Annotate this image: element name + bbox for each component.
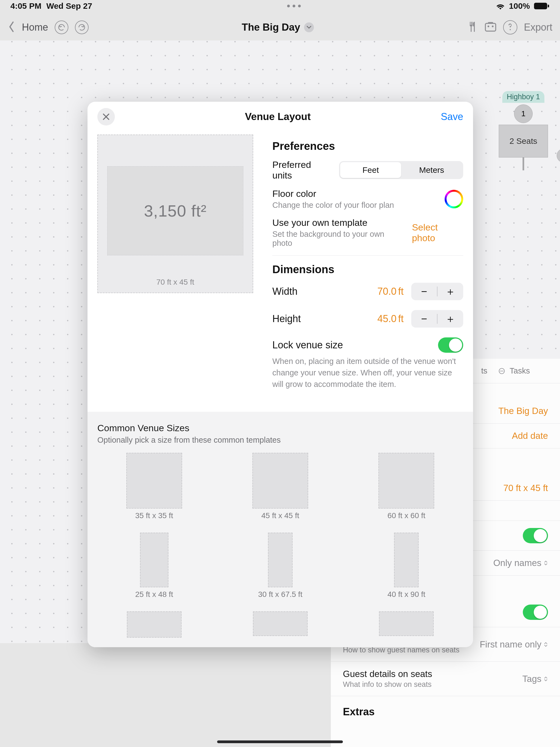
highboy-table[interactable]: Highboy 1 1 2 Seats 2: [493, 91, 554, 170]
common-sizes-section: Common Venue Sizes Optionally pick a siz…: [87, 412, 473, 647]
units-label: Preferred units: [272, 159, 332, 181]
units-feet-segment[interactable]: Feet: [340, 162, 401, 178]
chevron-down-icon[interactable]: [304, 22, 314, 32]
template-extra-1[interactable]: [97, 611, 211, 647]
width-increment[interactable]: ＋: [437, 285, 463, 299]
template-extra-2[interactable]: [223, 611, 337, 647]
template-60x60[interactable]: 60 ft x 60 ft: [350, 453, 463, 520]
preferences-header: Preferences: [272, 140, 463, 152]
modal-title: Venue Layout: [245, 111, 311, 123]
ios-toggle[interactable]: [523, 604, 548, 620]
chevron-left-icon[interactable]: [8, 21, 15, 33]
close-icon[interactable]: [97, 108, 115, 126]
svg-rect-2: [485, 23, 496, 31]
height-decrement[interactable]: −: [411, 313, 437, 325]
dimensions-header: Dimensions: [272, 263, 463, 276]
floor-color-sub: Change the color of your floor plan: [272, 201, 394, 210]
height-increment[interactable]: ＋: [437, 312, 463, 326]
units-meters-segment[interactable]: Meters: [401, 162, 462, 178]
width-value[interactable]: 70.0: [377, 286, 397, 297]
template-40x90[interactable]: 40 ft x 90 ft: [350, 533, 463, 599]
select-photo-button[interactable]: Select photo: [412, 222, 463, 243]
highboy-surface[interactable]: 2 Seats: [499, 125, 548, 157]
seat-side[interactable]: 2: [557, 149, 560, 163]
chevron-updown-icon: [543, 642, 548, 647]
svg-point-4: [492, 25, 493, 27]
extras-section-header: Extras: [331, 696, 560, 723]
status-date: Wed Sep 27: [46, 1, 92, 11]
highboy-label: Highboy 1: [502, 91, 544, 103]
help-icon[interactable]: [503, 20, 517, 34]
height-value[interactable]: 45.0: [377, 313, 397, 324]
width-label: Width: [272, 286, 298, 297]
units-segmented-control[interactable]: Feet Meters: [339, 161, 463, 179]
wifi-icon: [496, 2, 505, 9]
floor-color-label: Floor color: [272, 188, 394, 199]
ios-status-bar: 4:05 PM Wed Sep 27 100%: [0, 0, 560, 12]
template-45x45[interactable]: 45 ft x 45 ft: [223, 453, 337, 520]
width-decrement[interactable]: −: [411, 286, 437, 298]
svg-point-3: [487, 25, 489, 27]
export-button[interactable]: Export: [524, 22, 552, 33]
lock-size-description: When on, placing an item outside of the …: [272, 356, 463, 390]
app-toolbar: Home The Big Day Export: [0, 15, 560, 40]
height-stepper[interactable]: − ＋: [411, 310, 463, 328]
height-label: Height: [272, 313, 301, 325]
seat-top[interactable]: 1: [514, 104, 533, 123]
home-button[interactable]: Home: [22, 22, 48, 33]
ios-toggle[interactable]: [523, 528, 548, 543]
chevron-updown-icon: [543, 560, 548, 566]
home-indicator[interactable]: [217, 741, 343, 743]
template-sub: Set the background to your own photo: [272, 230, 405, 248]
multitask-dots-icon[interactable]: [92, 5, 496, 7]
venue-area-text: 3,150 ft²: [107, 166, 244, 255]
template-label: Use your own template: [272, 217, 405, 228]
add-date-value[interactable]: Add date: [512, 431, 548, 441]
tab-ts[interactable]: ts: [481, 366, 487, 376]
undo-button[interactable]: [55, 21, 68, 34]
color-picker-icon[interactable]: [444, 190, 463, 208]
battery-icon: [534, 2, 550, 9]
venue-layout-modal: Venue Layout Save 3,150 ft² 70 ft x 45 f…: [87, 102, 473, 647]
svg-rect-0: [534, 3, 547, 9]
event-name-value[interactable]: The Big Day: [498, 406, 548, 416]
common-sizes-header: Common Venue Sizes: [97, 423, 463, 433]
chevron-updown-icon: [543, 676, 548, 681]
width-stepper[interactable]: − ＋: [411, 283, 463, 300]
tab-tasks[interactable]: Tasks: [498, 366, 530, 376]
save-button[interactable]: Save: [441, 111, 463, 123]
common-sizes-sub: Optionally pick a size from these common…: [97, 436, 463, 445]
venue-size-value[interactable]: 70 ft x 45 ft: [503, 483, 548, 493]
battery-percent: 100%: [509, 1, 530, 11]
document-title[interactable]: The Big Day: [242, 22, 300, 33]
venue-preview[interactable]: 3,150 ft² 70 ft x 45 ft: [97, 134, 253, 293]
svg-rect-5: [488, 22, 493, 24]
template-extra-3[interactable]: [350, 611, 463, 647]
svg-rect-1: [548, 5, 549, 7]
guest-details-row[interactable]: Guest details on seats What info to show…: [331, 662, 560, 696]
status-time: 4:05 PM: [10, 1, 41, 11]
dining-icon[interactable]: [467, 21, 478, 34]
template-25x48[interactable]: 25 ft x 48 ft: [97, 533, 211, 599]
media-icon[interactable]: [485, 21, 497, 33]
template-30x67[interactable]: 30 ft x 67.5 ft: [223, 533, 337, 599]
lock-size-toggle[interactable]: [438, 337, 463, 353]
redo-button[interactable]: [75, 21, 88, 34]
lock-size-label: Lock venue size: [272, 339, 343, 351]
venue-dims-label: 70 ft x 45 ft: [156, 278, 195, 287]
template-35x35[interactable]: 35 ft x 35 ft: [97, 453, 211, 520]
